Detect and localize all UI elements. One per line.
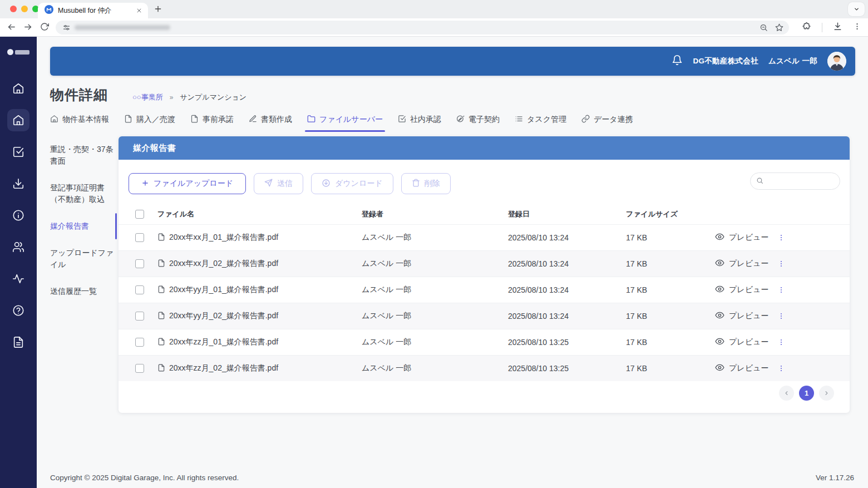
minimize-window-button[interactable] bbox=[21, 6, 28, 12]
address-bar[interactable] bbox=[56, 21, 789, 34]
registered-date: 2025/08/10 13:24 bbox=[508, 285, 626, 294]
download-button[interactable]: ダウンロード bbox=[311, 173, 393, 194]
property-home-icon-active[interactable] bbox=[7, 109, 29, 131]
extensions-icon[interactable] bbox=[802, 22, 811, 33]
row-menu-icon[interactable] bbox=[777, 338, 785, 346]
back-icon[interactable] bbox=[7, 22, 16, 34]
preview-button[interactable]: プレビュー bbox=[715, 337, 768, 348]
next-page-button[interactable] bbox=[819, 386, 834, 401]
tab-file-server[interactable]: ファイルサーバー bbox=[307, 115, 383, 132]
tab-prior-consent[interactable]: 事前承諾 bbox=[190, 115, 234, 132]
table-row: 20xx年yy月_01_媒介報告書.pdf ムスベル 一郎 2025/08/10… bbox=[119, 277, 850, 303]
users-icon[interactable] bbox=[7, 236, 29, 258]
row-menu-icon[interactable] bbox=[777, 286, 785, 294]
brokerage-report-panel: 媒介報告書 ファイルアップロード 送信 ダウンロード 削除 bbox=[119, 136, 850, 413]
browser-tab[interactable]: Musubell for 仲介 bbox=[38, 3, 148, 18]
row-checkbox[interactable] bbox=[135, 364, 144, 373]
current-page-button[interactable]: 1 bbox=[799, 386, 814, 401]
file-icon bbox=[157, 259, 165, 269]
file-upload-button[interactable]: ファイルアップロード bbox=[129, 173, 246, 194]
primary-sidebar bbox=[0, 37, 37, 488]
preview-button[interactable]: プレビュー bbox=[715, 258, 768, 269]
tab-internal-approval[interactable]: 社内承認 bbox=[398, 115, 441, 132]
preview-button[interactable]: プレビュー bbox=[715, 232, 768, 243]
file-name[interactable]: 20xx年xx月_01_媒介報告書.pdf bbox=[169, 233, 278, 243]
notification-bell-icon[interactable] bbox=[672, 55, 683, 68]
close-window-button[interactable] bbox=[10, 6, 17, 12]
file-table: ファイル名 登録者 登録日 ファイルサイズ 20xx年xx月_01_媒介報告書.… bbox=[119, 204, 850, 381]
forward-icon[interactable] bbox=[23, 22, 33, 34]
new-tab-button[interactable] bbox=[154, 4, 162, 16]
panel-title: 媒介報告書 bbox=[133, 143, 176, 154]
link-icon bbox=[581, 115, 590, 125]
breadcrumb-parent-link[interactable]: ○○事業所 bbox=[132, 92, 163, 102]
row-checkbox[interactable] bbox=[135, 233, 144, 242]
table-row: 20xx年xx月_02_媒介報告書.pdf ムスベル 一郎 2025/08/10… bbox=[119, 250, 850, 277]
row-checkbox[interactable] bbox=[135, 259, 144, 268]
file-name[interactable]: 20xx年zz月_02_媒介報告書.pdf bbox=[169, 363, 278, 373]
table-row: 20xx年yy月_02_媒介報告書.pdf ムスベル 一郎 2025/08/10… bbox=[119, 303, 850, 329]
downloads-icon[interactable] bbox=[833, 22, 842, 33]
file-name[interactable]: 20xx年yy月_02_媒介報告書.pdf bbox=[169, 311, 278, 321]
menu-item-uploaded-files[interactable]: アップロードファイル bbox=[50, 247, 116, 270]
row-menu-icon[interactable] bbox=[777, 234, 785, 241]
edit-check-icon[interactable] bbox=[7, 141, 29, 163]
row-menu-icon[interactable] bbox=[777, 312, 785, 320]
tab-task-management[interactable]: タスク管理 bbox=[515, 115, 566, 132]
search-icon bbox=[756, 176, 763, 186]
tab-close-icon[interactable] bbox=[135, 6, 144, 15]
row-menu-icon[interactable] bbox=[777, 364, 785, 372]
search-input[interactable] bbox=[767, 177, 834, 185]
pagination: 1 bbox=[779, 386, 834, 401]
copyright-text: Copyright © 2025 Digital Garage, Inc. Al… bbox=[50, 474, 239, 482]
tab-electronic-contract[interactable]: 電子契約 bbox=[456, 115, 500, 132]
zoom-icon[interactable] bbox=[760, 23, 768, 34]
user-name[interactable]: ムスベル 一郎 bbox=[768, 56, 817, 66]
menu-item-registry-certificate[interactable]: 登記事項証明書（不動産）取込 bbox=[50, 182, 116, 205]
prev-page-button[interactable] bbox=[779, 386, 794, 401]
registered-date: 2025/08/10 13:25 bbox=[508, 364, 626, 373]
preview-button[interactable]: プレビュー bbox=[715, 363, 768, 374]
menu-item-important-docs[interactable]: 重説・売契・37条書面 bbox=[50, 144, 116, 167]
delete-button[interactable]: 削除 bbox=[401, 173, 451, 194]
column-header-size: ファイルサイズ bbox=[626, 209, 715, 219]
tab-search-chevron-button[interactable] bbox=[848, 2, 865, 16]
user-avatar[interactable] bbox=[827, 52, 846, 71]
file-icon bbox=[157, 364, 165, 373]
file-size: 17 KB bbox=[626, 364, 715, 373]
home-icon[interactable] bbox=[7, 77, 29, 100]
send-button[interactable]: 送信 bbox=[254, 173, 303, 194]
document-icon[interactable] bbox=[7, 331, 29, 353]
reload-icon[interactable] bbox=[40, 22, 49, 33]
row-menu-icon[interactable] bbox=[777, 260, 785, 268]
blurred-url-text bbox=[75, 25, 170, 30]
file-icon bbox=[124, 115, 132, 125]
browser-menu-icon[interactable] bbox=[853, 22, 861, 33]
eye-icon bbox=[715, 363, 724, 374]
version-text: Ver 1.17.26 bbox=[816, 474, 854, 482]
row-checkbox[interactable] bbox=[135, 338, 144, 347]
tab-data-linkage[interactable]: データ連携 bbox=[581, 115, 633, 132]
tab-property-basic-info[interactable]: 物件基本情報 bbox=[50, 115, 109, 132]
tab-purchase-transfer[interactable]: 購入／売渡 bbox=[124, 115, 175, 132]
row-checkbox[interactable] bbox=[135, 312, 144, 321]
column-header-date: 登録日 bbox=[508, 209, 626, 219]
activity-icon[interactable] bbox=[7, 268, 29, 290]
download-icon[interactable] bbox=[7, 172, 29, 195]
preview-button[interactable]: プレビュー bbox=[715, 284, 768, 295]
file-name[interactable]: 20xx年xx月_02_媒介報告書.pdf bbox=[169, 259, 278, 269]
menu-item-brokerage-report[interactable]: 媒介報告書 bbox=[50, 220, 116, 232]
file-name[interactable]: 20xx年zz月_01_媒介報告書.pdf bbox=[169, 337, 278, 347]
file-name[interactable]: 20xx年yy月_01_媒介報告書.pdf bbox=[169, 285, 278, 295]
help-icon[interactable] bbox=[7, 299, 29, 322]
select-all-checkbox[interactable] bbox=[135, 210, 144, 219]
preview-button[interactable]: プレビュー bbox=[715, 310, 768, 322]
tab-document-creation[interactable]: 書類作成 bbox=[249, 115, 292, 132]
info-icon[interactable] bbox=[7, 204, 29, 226]
site-settings-icon[interactable] bbox=[62, 23, 71, 34]
bookmark-star-icon[interactable] bbox=[775, 23, 783, 34]
menu-item-send-history[interactable]: 送信履歴一覧 bbox=[50, 285, 116, 297]
row-checkbox[interactable] bbox=[135, 285, 144, 294]
app-header-band: DG不動産株式会社 ムスベル 一郎 bbox=[50, 47, 855, 76]
file-size: 17 KB bbox=[626, 338, 715, 347]
